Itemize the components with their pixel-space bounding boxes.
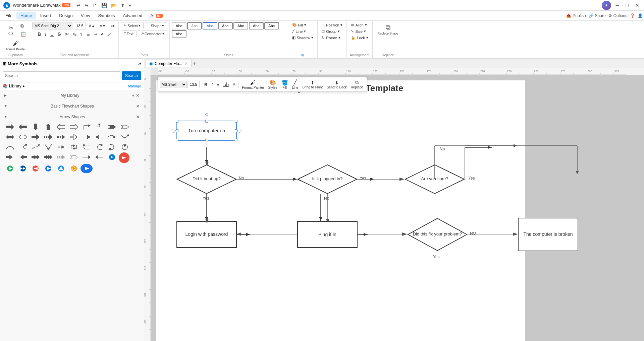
float-line-button[interactable]: ╱ Line (290, 78, 300, 90)
line-button[interactable]: ╱Line ▾ (290, 28, 316, 34)
menu-item-insert[interactable]: Insert (36, 12, 55, 19)
shape-right-thin[interactable] (80, 132, 93, 142)
shape-left-thin[interactable] (93, 132, 105, 142)
maximize-button[interactable]: □ (624, 2, 631, 9)
shape-computer-broken[interactable]: The computer is broken (518, 218, 578, 251)
shape-arrow-3[interactable] (30, 132, 42, 142)
shape-striped[interactable] (55, 152, 67, 162)
my-library-expand-icon[interactable]: ▶ (4, 93, 7, 97)
close-tab-button[interactable]: ✕ (184, 61, 188, 66)
fill-button[interactable]: 🎨Fill ▾ (290, 22, 316, 28)
shape-left-arrow-2[interactable] (55, 122, 67, 132)
underline-button[interactable]: U (49, 30, 55, 38)
strikethrough-button[interactable]: S (56, 30, 62, 38)
shape-curved-left[interactable] (17, 142, 29, 152)
shape-arrow-5[interactable] (55, 132, 67, 142)
shape-circle-arrow[interactable] (119, 142, 131, 152)
float-format-painter-button[interactable]: 🖌 Format Painter (240, 79, 266, 90)
shape-red-circle-arrow[interactable] (119, 152, 129, 163)
shape-red-left[interactable] (30, 164, 42, 173)
shape-triple-right[interactable] (42, 152, 54, 162)
new-button[interactable]: 🗋 (91, 2, 99, 9)
style-swatch-1[interactable]: Abc (172, 22, 186, 29)
shape-blue-right-solid[interactable] (42, 164, 54, 173)
subscript-button[interactable]: X₂ (71, 31, 78, 38)
shape-turn-computer-on[interactable]: Turn computer on (176, 121, 237, 141)
style-swatch-2[interactable]: Abc (187, 22, 202, 29)
undo-button[interactable]: ↩ (74, 2, 83, 9)
shape-left-right-arrow[interactable] (17, 132, 29, 142)
shape-refresh[interactable] (93, 142, 105, 152)
shape-up-curve[interactable] (4, 142, 16, 152)
lock-button[interactable]: 🔒Lock ▾ (349, 35, 370, 41)
shape-v-down[interactable] (42, 142, 54, 152)
format-painter-button[interactable]: 🖌 Format Painter (4, 39, 28, 53)
shape-blue-circle-selected[interactable] (80, 164, 93, 173)
indent-button[interactable]: ⇥ (92, 31, 99, 38)
close-flowchart-library-button[interactable]: ✕ (136, 104, 140, 109)
add-library-button[interactable]: + (132, 93, 135, 98)
search-input[interactable] (3, 71, 120, 80)
arrow-expand-icon[interactable]: ▼ (4, 115, 7, 119)
shape-notch-right-2[interactable] (119, 122, 131, 132)
connector-button[interactable]: ↗ Connector ▾ (138, 30, 167, 37)
minimize-button[interactable]: ─ (614, 2, 621, 9)
italic-button[interactable]: I (43, 30, 48, 38)
publish-button[interactable]: 📤Publish (566, 13, 586, 18)
redo-button[interactable]: ↪ (83, 2, 91, 9)
shape-small-right[interactable] (4, 152, 16, 162)
canvas[interactable]: Computer Flowchart Template (151, 75, 644, 341)
highlight-button[interactable]: 🖊 (106, 31, 113, 37)
shape-corner-arrows[interactable] (68, 142, 80, 152)
replace-shape-button[interactable]: ⧉ Replace Shape (376, 22, 400, 37)
style-swatch-8[interactable]: Abc (172, 30, 186, 38)
arrow-shapes-label[interactable]: Arrow Shapes (60, 115, 85, 119)
shape-bent-right[interactable] (93, 122, 105, 132)
align-shape-button[interactable]: ⊞Align ▾ (349, 22, 370, 28)
flowchart-expand-icon[interactable]: ▼ (4, 104, 7, 108)
float-size-input[interactable] (187, 81, 200, 88)
search-button[interactable]: Search (122, 71, 141, 80)
rotate-button[interactable]: ↻Rotate ▾ (320, 35, 344, 41)
save-button[interactable]: 💾 (99, 2, 109, 9)
shape-arrow-4[interactable] (42, 132, 54, 142)
close-button[interactable]: ✕ (633, 2, 641, 9)
add-tab-button[interactable]: + (192, 60, 197, 66)
shape-did-it-boot[interactable]: Did it boot up? (176, 164, 237, 194)
shape-back-arrow[interactable] (80, 142, 93, 152)
shape-green-play[interactable] (4, 164, 16, 173)
float-replace-button[interactable]: ⧉ Replace (349, 79, 365, 90)
bullet-list-button[interactable]: ☰ (85, 31, 92, 38)
style-swatch-7[interactable]: Abc (264, 22, 279, 29)
text-button[interactable]: T Text (121, 30, 137, 37)
shape-notch-3d[interactable] (68, 152, 80, 162)
float-bold-button[interactable]: B (203, 81, 209, 88)
share-button[interactable]: 🔗Share (589, 13, 606, 18)
canvas-tab[interactable]: ◉ Computer Flo... ✕ (146, 60, 192, 67)
increase-font-button[interactable]: A▲ (87, 23, 97, 29)
shape-plug-it-in[interactable]: Plug it in (297, 221, 358, 248)
font-color-button[interactable]: A (99, 31, 105, 37)
paste-button[interactable]: 📋 (19, 30, 28, 38)
shape-right-curve[interactable] (106, 132, 118, 142)
shape-right-arrow[interactable] (4, 122, 16, 132)
align-button[interactable]: ≡▾ (109, 23, 116, 29)
copy-button[interactable]: ⧉ (19, 22, 28, 30)
shape-circle-right-blue[interactable] (106, 152, 118, 162)
menu-item-file[interactable]: File (1, 12, 16, 19)
shape-plugged-in[interactable]: Is it plugged in? (297, 164, 358, 194)
basic-flowchart-label[interactable]: Basic Flowchart Shapes (51, 104, 94, 109)
size-button[interactable]: ⤡Size ▾ (349, 28, 370, 34)
group-button[interactable]: ⊡Group ▾ (320, 28, 344, 34)
text-wrap-button[interactable]: ¶ (79, 31, 84, 37)
open-button[interactable]: 📂 (109, 2, 119, 9)
shape-arrow-6[interactable] (68, 132, 80, 142)
shape-up-arrow[interactable] (42, 122, 54, 132)
options-button[interactable]: ⚙Options (608, 13, 627, 18)
ai-menu-button[interactable]: AI hot (146, 12, 167, 19)
float-font-select[interactable]: MS Shell (160, 81, 187, 88)
menu-item-home[interactable]: Home (16, 12, 36, 19)
manage-button[interactable]: Manage (128, 84, 141, 88)
shape-did-fix[interactable]: Did this fix your problem? (407, 218, 468, 251)
ai-assistant-icon[interactable]: ✦ (602, 1, 611, 10)
